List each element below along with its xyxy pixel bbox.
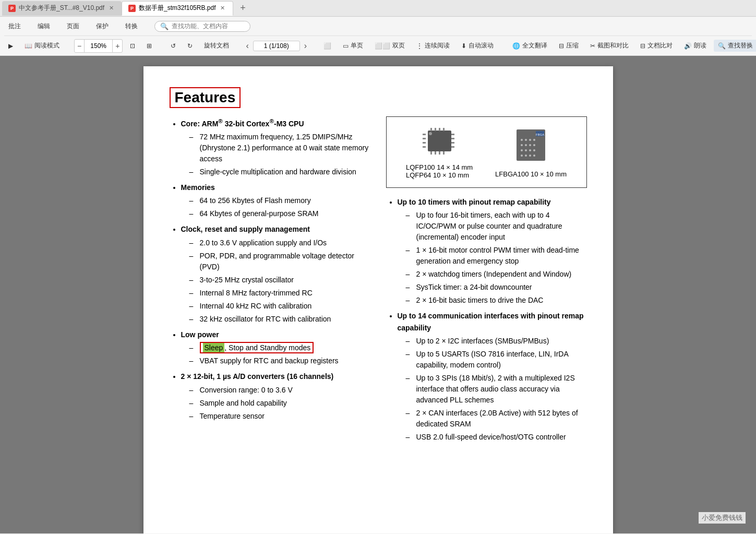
svg-point-35 [529, 155, 531, 157]
rotate-doc-button[interactable]: 旋转文档 [200, 40, 233, 52]
compare-button[interactable]: ⊟ 文档比对 [636, 40, 677, 52]
zoom-fit-button[interactable]: ⊡ [126, 41, 139, 51]
double-page-button[interactable]: ⬜⬜ 双页 [370, 40, 409, 52]
menu-page[interactable]: 页面 [63, 20, 83, 32]
pdf-page: Features Core: ARM® 32-bit Cortex®-M3 CP… [143, 66, 613, 533]
sleep-highlight: Sleep [203, 343, 225, 352]
next-page-button[interactable]: › [302, 40, 309, 52]
list-item: 2 × watchdog timers (Independent and Win… [406, 269, 587, 280]
svg-point-28 [533, 144, 535, 146]
menu-edit[interactable]: 编辑 [33, 20, 54, 32]
core-sub-list: 72 MHz maximum frequency, 1.25 DMIPS/MHz… [181, 132, 370, 177]
menu-protect[interactable]: 保护 [92, 20, 113, 32]
svg-rect-6 [435, 151, 436, 155]
svg-rect-14 [451, 138, 454, 139]
page-input[interactable] [253, 41, 300, 51]
speak-button[interactable]: 🔊 朗读 [680, 40, 711, 52]
menu-annotate[interactable]: 批注 [4, 20, 25, 32]
package-lqfp: LQFP100 14 × 14 mm LQFP64 10 × 10 mm [406, 125, 473, 179]
adc-header: 2 × 12-bit, 1 µs A/D converters (16 chan… [181, 372, 334, 381]
svg-point-33 [521, 155, 523, 157]
continuous-button[interactable]: ⋮ 连续阅读 [412, 40, 454, 52]
single-page-button[interactable]: ▭ 单页 [339, 40, 367, 52]
svg-rect-2 [435, 128, 436, 131]
menu-convert[interactable]: 转换 [121, 20, 142, 32]
autoscroll-button[interactable]: ⬇ 自动滚动 [457, 40, 498, 52]
compress-icon: ⊟ [559, 42, 564, 50]
toolbar-row1: 批注 编辑 页面 保护 转换 🔍 [4, 17, 752, 35]
package-lqfp-label: LQFP100 14 × 14 mm LQFP64 10 × 10 mm [406, 163, 473, 179]
reading-mode-button[interactable]: 📖 阅读模式 [20, 40, 64, 52]
rotate-cw-button[interactable]: ↻ [183, 41, 197, 51]
svg-point-26 [525, 144, 527, 146]
play-button[interactable]: ▶ [4, 41, 17, 51]
rotate-ccw-button[interactable]: ↺ [166, 41, 180, 51]
list-item: 1 × 16-bit motor control PWM timer with … [406, 245, 587, 267]
search-input[interactable] [172, 22, 245, 30]
list-item: Up to 3 SPIs (18 Mbit/s), 2 with a multi… [406, 373, 587, 406]
tab-1[interactable]: P 中文参考手册_ST...#8_V10.pdf ✕ [2, 1, 122, 16]
screenshot-button[interactable]: ✂ 截图和对比 [586, 40, 633, 52]
list-item-memories: Memories 64 to 256 Kbytes of Flash memor… [181, 182, 370, 219]
svg-rect-3 [439, 128, 440, 131]
svg-rect-13 [451, 134, 454, 135]
package-bga: FBGA [495, 127, 567, 178]
list-item-sample-hold: Sample and hold capability [189, 398, 370, 409]
list-item: POR, PDR, and programmable voltage detec… [189, 251, 370, 272]
svg-rect-12 [423, 146, 426, 148]
svg-rect-10 [423, 138, 426, 139]
pdf-icon-2: P [128, 5, 136, 12]
svg-point-34 [525, 155, 527, 157]
play-icon: ▶ [8, 42, 13, 50]
svg-point-17 [429, 132, 432, 135]
svg-point-25 [521, 144, 523, 146]
translate-icon: 🌐 [512, 42, 520, 50]
continuous-icon: ⋮ [416, 42, 423, 50]
zoom-group[interactable]: − 150% + [74, 39, 123, 53]
double-page-icon: ⬜⬜ [375, 42, 390, 50]
svg-point-32 [533, 149, 535, 151]
list-item: Single-cycle multiplication and hardware… [189, 167, 370, 177]
tab-2-close[interactable]: ✕ [219, 4, 226, 12]
fit-page-button[interactable]: ⬜ [319, 41, 335, 51]
autoscroll-icon: ⬇ [461, 42, 466, 50]
svg-point-27 [529, 144, 531, 146]
zoom-in-button[interactable]: + [113, 40, 122, 52]
list-item: Internal 40 kHz RC with calibration [189, 301, 370, 312]
list-item: 72 MHz maximum frequency, 1.25 DMIPS/MHz… [189, 132, 370, 164]
list-item: Up to four 16-bit timers, each with up t… [406, 210, 587, 243]
list-item: USB 2.0 full-speed device/host/OTG contr… [406, 432, 587, 443]
svg-rect-11 [423, 142, 426, 144]
prev-page-button[interactable]: ‹ [244, 40, 250, 52]
svg-rect-1 [430, 128, 432, 131]
list-item: 2 × CAN interfaces (2.0B Active) with 51… [406, 408, 587, 430]
adc-sub-list: Conversion range: 0 to 3.6 V Sample and … [181, 385, 370, 422]
add-tab-button[interactable]: + [235, 1, 250, 16]
svg-rect-4 [443, 128, 445, 131]
memories-sub-list: 64 to 256 Kbytes of Flash memory 64 Kbyt… [181, 195, 370, 219]
list-item: Internal 8 MHz factory-trimmed RC [189, 288, 370, 299]
list-item: Conversion range: 0 to 3.6 V [189, 385, 370, 396]
tab-2[interactable]: P 数据手册_stm32f105RB.pdf ✕ [122, 1, 233, 16]
list-item-adc: 2 × 12-bit, 1 µs A/D converters (16 chan… [181, 371, 370, 421]
compress-button[interactable]: ⊟ 压缩 [555, 40, 583, 52]
zoom-value[interactable]: 150% [84, 40, 113, 52]
list-item: 32 kHz oscillator for RTC with calibrati… [189, 314, 370, 325]
svg-point-24 [533, 139, 535, 141]
zoom-width-icon: ⊞ [147, 42, 152, 50]
list-item: 3-to-25 MHz crystal oscillator [189, 275, 370, 286]
zoom-width-button[interactable]: ⊞ [142, 41, 156, 51]
search-box[interactable]: 🔍 [154, 21, 250, 32]
right-bullet-list: Up to 10 timers with pinout remap capabi… [386, 196, 587, 443]
tab-bar: P 中文参考手册_ST...#8_V10.pdf ✕ P 数据手册_stm32f… [0, 0, 756, 17]
list-item: Temperature sensor [189, 411, 370, 422]
translate-button[interactable]: 🌐 全文翻译 [508, 40, 551, 52]
tab-1-close[interactable]: ✕ [107, 4, 115, 12]
pdf-icon-1: P [8, 5, 16, 12]
find-replace-button[interactable]: 🔍 查找替换 [714, 40, 756, 52]
toolbar-row2: ▶ 📖 阅读模式 − 150% + ⊡ ⊞ ↺ ↻ 旋转文档 [4, 35, 752, 55]
svg-point-21 [521, 139, 523, 141]
svg-text:FBGA: FBGA [536, 133, 544, 136]
zoom-out-button[interactable]: − [75, 40, 84, 52]
svg-rect-8 [443, 151, 445, 155]
